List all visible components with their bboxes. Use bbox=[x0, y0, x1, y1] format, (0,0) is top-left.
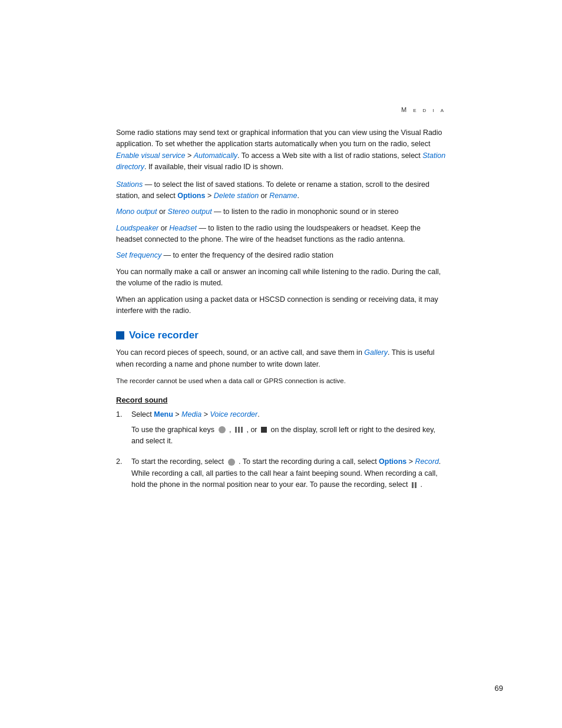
section-icon-square bbox=[116, 331, 124, 340]
record-sound-subsection: Record sound 1. Select Menu > Media > Vo… bbox=[116, 396, 446, 490]
step-1-number: 1. bbox=[116, 409, 128, 449]
page-header: M e d i a bbox=[116, 106, 446, 113]
icon-pause-inline bbox=[235, 424, 243, 436]
page-container: M e d i a Some radio stations may send t… bbox=[0, 0, 562, 728]
call-paragraph: You can normally make a call or answer a… bbox=[116, 266, 446, 289]
headset-link[interactable]: Headset bbox=[169, 224, 197, 232]
data-paragraph: When an application using a packet data … bbox=[116, 294, 446, 317]
intro-paragraph: Some radio stations may send text or gra… bbox=[116, 127, 446, 173]
voice-recorder-title: Voice recorder bbox=[129, 330, 199, 341]
content-area: M e d i a Some radio stations may send t… bbox=[57, 0, 505, 546]
stereo-output-link[interactable]: Stereo output bbox=[168, 207, 212, 216]
step-2-content: To start the recording, select . To star… bbox=[131, 456, 446, 490]
icon-stop-inline bbox=[261, 424, 267, 436]
stations-link[interactable]: Stations bbox=[116, 180, 143, 189]
record-sound-heading: Record sound bbox=[116, 396, 446, 404]
options-step2-link[interactable]: Options bbox=[379, 457, 406, 466]
voice-recorder-section: Voice recorder You can record pieces of … bbox=[116, 330, 446, 490]
voice-recorder-heading: Voice recorder bbox=[116, 330, 446, 341]
gallery-link[interactable]: Gallery bbox=[364, 348, 388, 357]
loudspeaker-paragraph: Loudspeaker or Headset — to listen to th… bbox=[116, 223, 446, 246]
chapter-title: M e d i a bbox=[401, 106, 446, 113]
automatically-link[interactable]: Automatically bbox=[194, 151, 237, 160]
icon-record-inline bbox=[219, 424, 226, 436]
set-frequency-link[interactable]: Set frequency bbox=[116, 251, 161, 259]
delete-station-link[interactable]: Delete station bbox=[214, 192, 259, 200]
loudspeaker-link[interactable]: Loudspeaker bbox=[116, 224, 158, 232]
options-link[interactable]: Options bbox=[177, 192, 205, 200]
record-link[interactable]: Record bbox=[415, 457, 439, 466]
mono-output-link[interactable]: Mono output bbox=[116, 207, 157, 216]
voice-recorder-intro: You can record pieces of speech, sound, … bbox=[116, 347, 446, 370]
icon-record-step2 bbox=[228, 456, 235, 467]
menu-link[interactable]: Menu bbox=[154, 410, 173, 419]
step-2-number: 2. bbox=[116, 456, 128, 490]
step-1-content: Select Menu > Media > Voice recorder. To… bbox=[131, 409, 446, 449]
icon-pause-step2 bbox=[412, 479, 416, 490]
recorder-note: The recorder cannot be used when a data … bbox=[116, 376, 446, 386]
set-frequency-paragraph: Set frequency — to enter the frequency o… bbox=[116, 250, 446, 261]
enable-visual-service-link[interactable]: Enable visual service bbox=[116, 151, 185, 160]
page-number: 69 bbox=[495, 684, 503, 693]
step-2: 2. To start the recording, select . To s… bbox=[116, 456, 446, 490]
rename-link[interactable]: Rename bbox=[269, 192, 297, 200]
media-link[interactable]: Media bbox=[181, 410, 201, 419]
record-sound-steps: 1. Select Menu > Media > Voice recorder.… bbox=[116, 409, 446, 490]
step-1-sub: To use the graphical keys , , or bbox=[131, 424, 446, 447]
stations-paragraph: Stations — to select the list of saved s… bbox=[116, 179, 446, 202]
step-1: 1. Select Menu > Media > Voice recorder.… bbox=[116, 409, 446, 449]
voice-recorder-link[interactable]: Voice recorder bbox=[210, 410, 257, 419]
mono-stereo-paragraph: Mono output or Stereo output — to listen… bbox=[116, 206, 446, 218]
